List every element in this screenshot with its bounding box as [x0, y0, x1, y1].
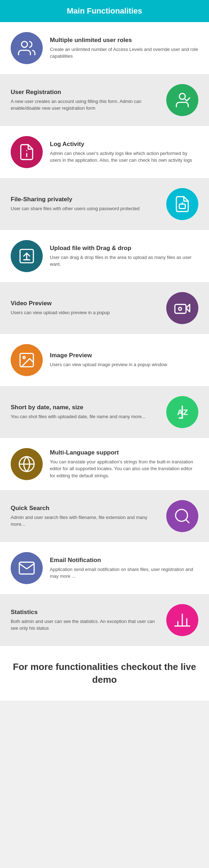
feature-text-multi-language: Multi-Language supportYou can translate … — [50, 449, 198, 479]
feature-desc-multi-language: You can translate your application's str… — [50, 458, 198, 479]
feature-text-file-sharing: File-Sharing privatelyUser can share fil… — [11, 196, 159, 212]
icon-file-sharing — [166, 188, 198, 220]
feature-desc-video-preview: Users can view upload video preview in a… — [11, 309, 159, 316]
feature-desc-drag-drop: User can drag & drop files in the area t… — [50, 254, 198, 268]
icon-email-notification — [11, 552, 43, 584]
feature-row-statistics: StatisticsBoth admin and user can see th… — [0, 594, 209, 646]
feature-text-quick-search: Quick SearchAdmin and user search files … — [11, 505, 159, 528]
feature-text-email-notification: Email NotificationApplication send email… — [50, 557, 198, 580]
feature-desc-sort: You can shot files with uploaded date, f… — [11, 413, 159, 420]
icon-multi-language — [11, 448, 43, 480]
feature-text-drag-drop: Upload file with Drag & dropUser can dra… — [50, 245, 198, 268]
feature-title-drag-drop: Upload file with Drag & drop — [50, 245, 198, 252]
feature-text-image-preview: Image PreviewUsers can view upload image… — [50, 352, 198, 368]
feature-title-video-preview: Video Preview — [11, 300, 159, 307]
feature-title-file-sharing: File-Sharing privately — [11, 196, 159, 203]
footer-text: For more functionalities checkout the li… — [11, 660, 198, 686]
feature-title-statistics: Statistics — [11, 609, 159, 616]
feature-title-multi-language: Multi-Language support — [50, 449, 198, 456]
feature-text-sort: Short by date, name, sizeYou can shot fi… — [11, 404, 159, 420]
feature-text-statistics: StatisticsBoth admin and user can see th… — [11, 609, 159, 632]
svg-point-0 — [21, 41, 27, 47]
svg-rect-2 — [179, 204, 186, 209]
feature-desc-file-sharing: User can share files with other users us… — [11, 205, 159, 212]
icon-image-preview — [11, 344, 43, 376]
page-header: Main Functionalities — [0, 0, 209, 22]
svg-line-14 — [186, 520, 189, 523]
feature-row-multi-language: Multi-Language supportYou can translate … — [0, 438, 209, 490]
feature-row-sort: A Z Short by date, name, sizeYou can sho… — [0, 386, 209, 438]
icon-video-preview — [166, 292, 198, 324]
feature-title-image-preview: Image Preview — [50, 352, 198, 359]
feature-title-user-registration: User Registration — [11, 89, 159, 96]
svg-point-1 — [179, 93, 186, 99]
feature-row-drag-drop: Upload file with Drag & dropUser can dra… — [0, 230, 209, 282]
page-footer: For more functionalities checkout the li… — [0, 646, 209, 701]
icon-statistics — [166, 604, 198, 636]
feature-row-file-sharing: File-Sharing privatelyUser can share fil… — [0, 178, 209, 230]
svg-rect-4 — [175, 305, 186, 313]
feature-row-video-preview: Video PreviewUsers can view upload video… — [0, 282, 209, 334]
feature-row-email-notification: Email NotificationApplication send email… — [0, 542, 209, 594]
feature-row-user-registration: User RegistrationA new user creates an a… — [0, 74, 209, 126]
feature-row-quick-search: Quick SearchAdmin and user search files … — [0, 490, 209, 542]
feature-row-multiple-user-roles: Multiple unlimited user rolesCreate an u… — [0, 22, 209, 74]
feature-text-video-preview: Video PreviewUsers can view upload video… — [11, 300, 159, 316]
feature-title-log-activity: Log Activity — [50, 141, 198, 148]
feature-text-log-activity: Log ActivityAdmin can check user's activ… — [50, 141, 198, 164]
icon-quick-search — [166, 500, 198, 532]
feature-row-image-preview: Image PreviewUsers can view upload image… — [0, 334, 209, 386]
feature-title-sort: Short by date, name, size — [11, 404, 159, 411]
feature-desc-quick-search: Admin and user search files with filenam… — [11, 514, 159, 528]
svg-text:Z: Z — [183, 407, 188, 417]
feature-desc-email-notification: Application send email notification on s… — [50, 566, 198, 580]
feature-title-email-notification: Email Notification — [50, 557, 198, 564]
feature-desc-user-registration: A new user creates an account using fill… — [11, 98, 159, 112]
feature-title-multiple-user-roles: Multiple unlimited user roles — [50, 37, 198, 44]
feature-desc-log-activity: Admin can check user's activity logs lik… — [50, 150, 198, 164]
feature-title-quick-search: Quick Search — [11, 505, 159, 512]
feature-desc-statistics: Both admin and user can see the statisti… — [11, 618, 159, 632]
icon-log-activity — [11, 136, 43, 168]
svg-point-5 — [179, 307, 182, 310]
feature-text-user-registration: User RegistrationA new user creates an a… — [11, 89, 159, 112]
icon-multiple-user-roles — [11, 32, 43, 64]
feature-row-log-activity: Log ActivityAdmin can check user's activ… — [0, 126, 209, 178]
svg-point-7 — [23, 357, 25, 359]
feature-desc-image-preview: Users can view upload image preview in a… — [50, 361, 198, 368]
icon-drag-drop — [11, 240, 43, 272]
icon-sort: A Z — [166, 396, 198, 428]
icon-user-registration — [166, 84, 198, 116]
feature-desc-multiple-user-roles: Create an unlimited number of Access Lev… — [50, 46, 198, 60]
feature-text-multiple-user-roles: Multiple unlimited user rolesCreate an u… — [50, 37, 198, 60]
page-title: Main Functionalities — [7, 6, 202, 16]
